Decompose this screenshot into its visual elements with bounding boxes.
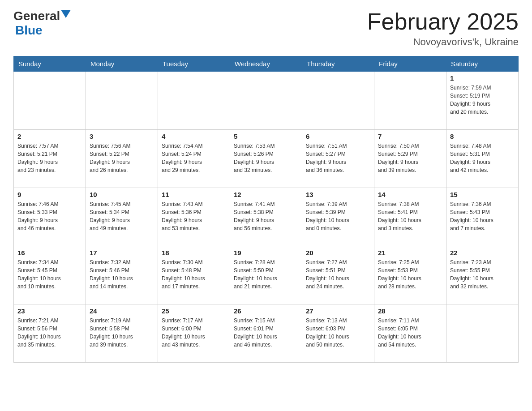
day-number: 25	[162, 307, 226, 315]
svg-marker-0	[61, 10, 71, 18]
day-number: 15	[450, 191, 515, 198]
day-header-wednesday: Wednesday	[230, 56, 302, 72]
calendar-cell: 12Sunrise: 7:41 AMSunset: 5:38 PMDayligh…	[230, 188, 302, 246]
calendar-cell: 17Sunrise: 7:32 AMSunset: 5:46 PMDayligh…	[86, 246, 158, 304]
calendar-cell	[14, 72, 86, 130]
day-info: Sunrise: 7:36 AMSunset: 5:43 PMDaylight:…	[450, 200, 515, 232]
day-number: 19	[234, 249, 298, 257]
day-header-saturday: Saturday	[446, 56, 519, 72]
day-number: 17	[90, 249, 154, 257]
calendar-cell: 18Sunrise: 7:30 AMSunset: 5:48 PMDayligh…	[158, 246, 230, 304]
calendar-cell: 4Sunrise: 7:54 AMSunset: 5:24 PMDaylight…	[158, 130, 230, 188]
day-info: Sunrise: 7:39 AMSunset: 5:39 PMDaylight:…	[306, 200, 370, 232]
day-info: Sunrise: 7:48 AMSunset: 5:31 PMDaylight:…	[450, 142, 515, 174]
day-number: 2	[17, 133, 82, 140]
calendar-cell: 28Sunrise: 7:11 AMSunset: 6:05 PMDayligh…	[374, 304, 446, 363]
day-number: 10	[90, 191, 154, 198]
day-number: 8	[450, 133, 515, 140]
day-number: 23	[17, 307, 82, 315]
day-info: Sunrise: 7:38 AMSunset: 5:41 PMDaylight:…	[378, 200, 442, 232]
calendar-cell: 16Sunrise: 7:34 AMSunset: 5:45 PMDayligh…	[14, 246, 86, 304]
calendar-table: SundayMondayTuesdayWednesdayThursdayFrid…	[13, 56, 519, 363]
day-info: Sunrise: 7:46 AMSunset: 5:33 PMDaylight:…	[17, 200, 82, 232]
day-info: Sunrise: 7:21 AMSunset: 5:56 PMDaylight:…	[17, 317, 82, 349]
logo-arrow-icon	[61, 10, 71, 22]
day-number: 16	[17, 249, 82, 257]
calendar-cell	[302, 72, 374, 130]
day-number: 14	[378, 191, 442, 198]
week-row-3: 9Sunrise: 7:46 AMSunset: 5:33 PMDaylight…	[14, 188, 519, 246]
month-title: February 2025	[367, 9, 519, 34]
day-number: 1	[450, 74, 515, 82]
day-info: Sunrise: 7:45 AMSunset: 5:34 PMDaylight:…	[90, 200, 154, 232]
day-info: Sunrise: 7:43 AMSunset: 5:36 PMDaylight:…	[162, 200, 226, 232]
day-number: 13	[306, 191, 370, 198]
calendar-header-row: SundayMondayTuesdayWednesdayThursdayFrid…	[14, 56, 519, 72]
calendar-cell: 13Sunrise: 7:39 AMSunset: 5:39 PMDayligh…	[302, 188, 374, 246]
calendar-cell: 20Sunrise: 7:27 AMSunset: 5:51 PMDayligh…	[302, 246, 374, 304]
day-header-monday: Monday	[86, 56, 158, 72]
day-info: Sunrise: 7:17 AMSunset: 6:00 PMDaylight:…	[162, 317, 226, 349]
day-info: Sunrise: 7:54 AMSunset: 5:24 PMDaylight:…	[162, 142, 226, 174]
calendar-cell: 24Sunrise: 7:19 AMSunset: 5:58 PMDayligh…	[86, 304, 158, 363]
day-info: Sunrise: 7:57 AMSunset: 5:21 PMDaylight:…	[17, 142, 82, 174]
title-block: February 2025 Novoyavorivs'k, Ukraine	[367, 9, 519, 48]
day-info: Sunrise: 7:53 AMSunset: 5:26 PMDaylight:…	[234, 142, 298, 174]
day-header-thursday: Thursday	[302, 56, 374, 72]
day-header-tuesday: Tuesday	[158, 56, 230, 72]
calendar-cell: 21Sunrise: 7:25 AMSunset: 5:53 PMDayligh…	[374, 246, 446, 304]
day-header-friday: Friday	[374, 56, 446, 72]
day-info: Sunrise: 7:28 AMSunset: 5:50 PMDaylight:…	[234, 258, 298, 291]
calendar-cell: 15Sunrise: 7:36 AMSunset: 5:43 PMDayligh…	[446, 188, 519, 246]
day-number: 18	[162, 249, 226, 257]
day-info: Sunrise: 7:59 AMSunset: 5:19 PMDaylight:…	[450, 84, 515, 116]
calendar-cell: 7Sunrise: 7:50 AMSunset: 5:29 PMDaylight…	[374, 130, 446, 188]
calendar-cell	[374, 72, 446, 130]
calendar-cell: 8Sunrise: 7:48 AMSunset: 5:31 PMDaylight…	[446, 130, 519, 188]
day-number: 4	[162, 133, 226, 140]
day-info: Sunrise: 7:25 AMSunset: 5:53 PMDaylight:…	[378, 258, 442, 291]
day-info: Sunrise: 7:34 AMSunset: 5:45 PMDaylight:…	[17, 258, 82, 291]
day-info: Sunrise: 7:11 AMSunset: 6:05 PMDaylight:…	[378, 317, 442, 349]
day-info: Sunrise: 7:56 AMSunset: 5:22 PMDaylight:…	[90, 142, 154, 174]
day-number: 27	[306, 307, 370, 315]
calendar-cell	[158, 72, 230, 130]
day-info: Sunrise: 7:13 AMSunset: 6:03 PMDaylight:…	[306, 317, 370, 349]
logo-general-text: General	[13, 9, 60, 23]
day-info: Sunrise: 7:19 AMSunset: 5:58 PMDaylight:…	[90, 317, 154, 349]
calendar-cell: 26Sunrise: 7:15 AMSunset: 6:01 PMDayligh…	[230, 304, 302, 363]
day-info: Sunrise: 7:50 AMSunset: 5:29 PMDaylight:…	[378, 142, 442, 174]
calendar-cell	[446, 304, 519, 363]
calendar-cell: 3Sunrise: 7:56 AMSunset: 5:22 PMDaylight…	[86, 130, 158, 188]
day-number: 12	[234, 191, 298, 198]
calendar-cell: 2Sunrise: 7:57 AMSunset: 5:21 PMDaylight…	[14, 130, 86, 188]
calendar-cell: 5Sunrise: 7:53 AMSunset: 5:26 PMDaylight…	[230, 130, 302, 188]
week-row-2: 2Sunrise: 7:57 AMSunset: 5:21 PMDaylight…	[14, 130, 519, 188]
day-number: 28	[378, 307, 442, 315]
calendar-cell	[86, 72, 158, 130]
week-row-5: 23Sunrise: 7:21 AMSunset: 5:56 PMDayligh…	[14, 304, 519, 363]
calendar-cell: 22Sunrise: 7:23 AMSunset: 5:55 PMDayligh…	[446, 246, 519, 304]
location-subtitle: Novoyavorivs'k, Ukraine	[367, 36, 519, 48]
week-row-4: 16Sunrise: 7:34 AMSunset: 5:45 PMDayligh…	[14, 246, 519, 304]
day-number: 26	[234, 307, 298, 315]
calendar-cell: 14Sunrise: 7:38 AMSunset: 5:41 PMDayligh…	[374, 188, 446, 246]
day-number: 9	[17, 191, 82, 198]
day-info: Sunrise: 7:51 AMSunset: 5:27 PMDaylight:…	[306, 142, 370, 174]
day-number: 20	[306, 249, 370, 257]
day-number: 11	[162, 191, 226, 198]
day-info: Sunrise: 7:32 AMSunset: 5:46 PMDaylight:…	[90, 258, 154, 291]
calendar-cell: 9Sunrise: 7:46 AMSunset: 5:33 PMDaylight…	[14, 188, 86, 246]
day-number: 21	[378, 249, 442, 257]
day-number: 3	[90, 133, 154, 140]
calendar-cell: 19Sunrise: 7:28 AMSunset: 5:50 PMDayligh…	[230, 246, 302, 304]
calendar-cell: 1Sunrise: 7:59 AMSunset: 5:19 PMDaylight…	[446, 72, 519, 130]
day-info: Sunrise: 7:30 AMSunset: 5:48 PMDaylight:…	[162, 258, 226, 291]
page-header: General Blue February 2025 Novoyavorivs'…	[13, 9, 519, 48]
day-header-sunday: Sunday	[14, 56, 86, 72]
day-number: 22	[450, 249, 515, 257]
calendar-cell: 23Sunrise: 7:21 AMSunset: 5:56 PMDayligh…	[14, 304, 86, 363]
day-info: Sunrise: 7:41 AMSunset: 5:38 PMDaylight:…	[234, 200, 298, 232]
week-row-1: 1Sunrise: 7:59 AMSunset: 5:19 PMDaylight…	[14, 72, 519, 130]
day-info: Sunrise: 7:27 AMSunset: 5:51 PMDaylight:…	[306, 258, 370, 291]
